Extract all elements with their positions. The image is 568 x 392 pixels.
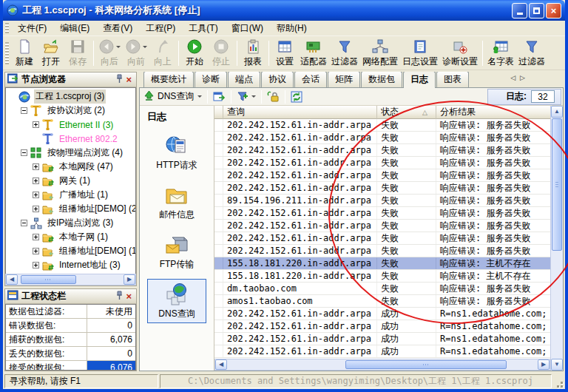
settings-button[interactable]: 设置 xyxy=(271,38,298,69)
maximize-button[interactable] xyxy=(529,3,544,18)
tree-item[interactable]: 网关 (1) xyxy=(6,174,135,188)
tab-scroll-right-icon[interactable]: ▷ xyxy=(520,74,525,81)
logset-button[interactable]: 日志设置 xyxy=(400,38,440,69)
log-col-result[interactable]: 分析结果 xyxy=(436,106,550,119)
filter2-button[interactable]: 过滤器 xyxy=(516,38,547,69)
refresh-log-button[interactable] xyxy=(288,90,305,104)
tree-item[interactable]: Ethernet II (3) xyxy=(6,118,135,132)
log-row[interactable]: dm.taobao.com失败响应错误: 服务器失败 xyxy=(214,283,550,295)
scroll-up-icon[interactable]: ▲ xyxy=(551,106,563,118)
table-scroll-thumb[interactable] xyxy=(345,360,507,369)
log-row[interactable]: 202.242.152.61.in-addr.arpa失败响应错误: 服务器失败 xyxy=(214,132,550,144)
log-row[interactable]: 202.242.152.61.in-addr.arpa失败响应错误: 服务器失败 xyxy=(214,169,550,182)
pin-icon[interactable] xyxy=(115,291,124,303)
window-resize-grip[interactable] xyxy=(553,374,564,388)
tab-日志[interactable]: 日志 xyxy=(403,72,436,88)
vertical-scroll-thumb[interactable] xyxy=(552,118,562,251)
menu-item-2[interactable]: 编辑(E) xyxy=(53,21,96,36)
tree-expander-expand-icon[interactable] xyxy=(33,248,39,254)
menu-item-7[interactable]: 帮助(H) xyxy=(270,21,314,36)
scroll-down-icon[interactable]: ▼ xyxy=(551,359,563,371)
menu-item-4[interactable]: 工程(P) xyxy=(139,21,182,36)
log-row[interactable]: 89.154.196.211.in-addr.arpa失败响应错误: 服务器失败 xyxy=(214,195,550,207)
tree-expander-expand-icon[interactable] xyxy=(33,262,39,268)
menu-item-6[interactable]: 窗口(W) xyxy=(225,21,270,36)
table-scroll-track[interactable] xyxy=(227,359,538,370)
tree-expander-collapse-icon[interactable] xyxy=(21,107,27,114)
tree-expander-collapse-icon[interactable] xyxy=(21,220,27,226)
log-row[interactable]: 202.242.152.61.in-addr.arpa失败响应错误: 服务器失败 xyxy=(214,144,550,157)
tab-scroll-left-icon[interactable]: ◁ xyxy=(510,74,515,81)
tab-端点[interactable]: 端点 xyxy=(228,72,260,87)
log-col-query[interactable]: 查询 xyxy=(223,106,377,119)
filter-button[interactable]: 过滤器 xyxy=(329,38,360,69)
scroll-right-icon[interactable]: ▶ xyxy=(538,359,550,370)
log-row[interactable]: 202.242.152.61.in-addr.arpa失败响应错误: 服务器失败 xyxy=(214,207,550,220)
tree-item[interactable]: 按物理端点浏览 (4) xyxy=(6,146,135,160)
log-row[interactable]: 202.242.152.61.in-addr.arpa失败响应错误: 服务器失败 xyxy=(214,220,550,232)
menu-item-1[interactable]: 文件(F) xyxy=(11,21,53,36)
log-filter-button[interactable] xyxy=(234,90,258,104)
tab-图表[interactable]: 图表 xyxy=(436,72,469,87)
tree-expander-expand-icon[interactable] xyxy=(33,163,39,170)
tab-概要统计[interactable]: 概要统计 xyxy=(143,72,194,87)
tree-item[interactable]: 本地网段 (47) xyxy=(6,160,135,174)
minimize-button[interactable] xyxy=(512,3,527,18)
log-col-status[interactable]: 状态△ xyxy=(377,106,436,119)
scroll-right-icon[interactable]: ▶ xyxy=(124,274,135,285)
log-type-http[interactable]: HTTP请求 xyxy=(147,130,206,175)
log-row[interactable]: amos1.taobao.com失败响应错误: 服务器失败 xyxy=(214,295,550,308)
lock-log-button[interactable] xyxy=(265,90,282,104)
tree-expander-collapse-icon[interactable] xyxy=(21,149,27,156)
open-button[interactable]: 打开 xyxy=(38,38,64,69)
log-row[interactable]: 202.242.152.61.in-addr.arpa成功R=ns1.edata… xyxy=(214,308,550,320)
close-button[interactable]: × xyxy=(546,3,561,18)
node-browser-close-button[interactable]: × xyxy=(124,74,134,85)
diagset-button[interactable]: 诊断设置 xyxy=(440,38,480,69)
start-button[interactable]: 开始 xyxy=(181,38,208,69)
log-row[interactable]: 202.242.152.61.in-addr.arpa成功R=ns1.edata… xyxy=(214,320,550,333)
scroll-left-icon[interactable]: ◀ xyxy=(215,359,227,370)
tab-协议[interactable]: 协议 xyxy=(261,72,294,87)
project-status-close-button[interactable]: × xyxy=(124,291,134,302)
nametable-button[interactable]: 名字表 xyxy=(485,38,516,69)
tree-scroll-track[interactable] xyxy=(18,274,124,285)
table-horizontal-scrollbar[interactable]: ◀ ▶ xyxy=(214,359,550,371)
tree-item[interactable]: 组播地址[DEMO] (1 xyxy=(6,244,135,258)
tree-item[interactable]: Ethernet 802.2 xyxy=(6,132,135,146)
menu-item-3[interactable]: 查看(V) xyxy=(96,21,139,36)
log-row[interactable]: 202.242.152.61.in-addr.arpa失败响应错误: 服务器失败 xyxy=(214,232,550,245)
tree-expander-expand-icon[interactable] xyxy=(33,178,39,184)
tree-item[interactable]: 按协议浏览 (2) xyxy=(6,104,135,118)
adapter-button[interactable]: 适配器 xyxy=(298,38,329,69)
log-row[interactable]: 202.242.152.61.in-addr.arpa失败响应错误: 服务器失败 xyxy=(214,119,550,132)
log-row[interactable]: 202.242.152.61.in-addr.arpa失败响应错误: 服务器失败 xyxy=(214,182,550,195)
tree-item[interactable]: 工程 1.cscproj (3) xyxy=(6,89,135,104)
tree-expander-expand-icon[interactable] xyxy=(33,206,39,212)
tab-矩阵[interactable]: 矩阵 xyxy=(328,72,360,87)
dns-query-dropdown-button[interactable]: DNS查询 xyxy=(141,89,204,104)
tree-item[interactable]: 本地子网 (1) xyxy=(6,230,135,244)
tree-item[interactable]: 按IP端点浏览 (3) xyxy=(6,216,135,230)
tree-scroll-thumb[interactable] xyxy=(21,275,75,284)
log-row[interactable]: 202.242.152.61.in-addr.arpa成功R=ns1.edata… xyxy=(214,345,550,358)
report-button[interactable]: 报表 xyxy=(240,38,266,69)
tree-expander-expand-icon[interactable] xyxy=(33,192,39,198)
log-row[interactable]: 155.18.181.220.in-addr.arpa失败响应错误: 主机不存在 xyxy=(214,270,550,283)
vertical-scroll-track[interactable] xyxy=(551,118,563,359)
table-vertical-scrollbar[interactable]: ▲ ▼ xyxy=(550,106,563,371)
tab-诊断[interactable]: 诊断 xyxy=(195,72,227,87)
log-row[interactable]: 202.242.152.61.in-addr.arpa失败响应错误: 服务器失败 xyxy=(214,245,550,257)
netconfig-button[interactable]: 网络配置 xyxy=(360,38,400,69)
log-row[interactable]: 155.18.181.220.in-addr.arpa失败响应错误: 主机不存在 xyxy=(214,257,550,270)
tab-会话[interactable]: 会话 xyxy=(294,72,327,87)
menu-item-5[interactable]: 工具(T) xyxy=(182,21,224,36)
pin-icon[interactable] xyxy=(115,74,124,86)
log-type-ftp[interactable]: FTP传输 xyxy=(147,229,206,274)
tree-expander-expand-icon[interactable] xyxy=(33,121,39,128)
log-row[interactable]: 202.242.152.61.in-addr.arpa成功R=ns1.edata… xyxy=(214,333,550,345)
tree-horizontal-scrollbar[interactable]: ◀ ▶ xyxy=(5,274,136,285)
log-type-dns[interactable]: DNS查询 xyxy=(147,279,206,323)
log-row[interactable]: 202.242.152.61.in-addr.arpa失败响应错误: 服务器失败 xyxy=(214,157,550,169)
tree-item[interactable]: 组播地址[DEMO] (2 xyxy=(6,202,135,216)
